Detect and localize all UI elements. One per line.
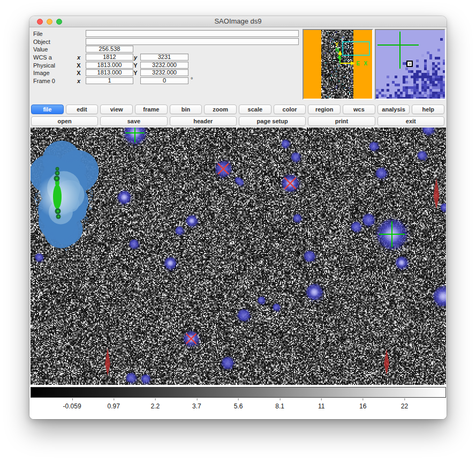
frame-rotate-field[interactable]: 0	[140, 77, 188, 84]
frame-x-axis-label: x	[75, 77, 82, 85]
close-button[interactable]	[37, 19, 43, 25]
ds9-window: SAOImage ds9 File Object Value 256.538 W…	[29, 16, 447, 419]
menu-tab-row: file edit view frame bin zoom scale colo…	[31, 105, 444, 114]
image-x-axis-label: X	[75, 69, 82, 77]
physical-y-axis-label: Y	[132, 62, 139, 69]
colorbar-tick: 11	[318, 403, 324, 410]
desktop: SAOImage ds9 File Object Value 256.538 W…	[0, 0, 476, 462]
wcs-label: WCS a	[33, 54, 52, 61]
colorbar-tick: 16	[359, 403, 366, 410]
page-setup-button[interactable]: page setup	[239, 116, 306, 126]
colorbar-tick: 0.97	[108, 403, 120, 410]
degree-symbol: °	[191, 76, 193, 83]
wcs-x-axis-label: x	[75, 54, 82, 61]
colorbar-tick: 22	[401, 403, 408, 410]
magnifier[interactable]	[375, 29, 445, 100]
colorbar-tick: 5.6	[234, 403, 243, 410]
print-button[interactable]: print	[308, 116, 375, 126]
file-menu-row: open save header page setup print exit	[31, 116, 444, 126]
colorbar-tick: 3.7	[192, 403, 201, 410]
menu-tab-color[interactable]: color	[274, 105, 306, 114]
menu-tab-help[interactable]: help	[412, 105, 444, 114]
wcs-y-axis-label: y	[132, 54, 139, 61]
physical-label: Physical	[33, 62, 55, 69]
object-field[interactable]	[86, 38, 299, 45]
menu-tab-wcs[interactable]: wcs	[343, 105, 375, 114]
menu-tab-scale[interactable]: scale	[239, 105, 271, 114]
panner[interactable]	[303, 29, 373, 100]
panner-canvas[interactable]	[304, 30, 372, 99]
physical-x-axis-label: X	[75, 62, 82, 69]
exit-button[interactable]: exit	[377, 116, 444, 126]
minimize-button[interactable]	[47, 19, 52, 25]
save-button[interactable]: save	[100, 116, 167, 126]
zoom-button[interactable]	[56, 19, 62, 25]
frame-label: Frame 0	[33, 77, 55, 85]
colorbar[interactable]	[31, 387, 446, 398]
magnifier-canvas[interactable]	[376, 30, 445, 99]
colorbar-tick: 2.2	[150, 403, 160, 410]
menu-tab-edit[interactable]: edit	[66, 105, 99, 114]
object-label: Object	[33, 38, 50, 46]
colorbar-tick: -0.059	[63, 403, 81, 410]
colorbar-tick: 8.1	[275, 403, 284, 410]
file-label: File	[33, 30, 43, 38]
wcs-y-field[interactable]: 3231	[140, 54, 188, 61]
open-button[interactable]: open	[31, 116, 98, 126]
menu-tab-zoom[interactable]: zoom	[204, 105, 237, 114]
image-label: Image	[33, 69, 50, 77]
image-x-field[interactable]: 1813.000	[86, 69, 133, 76]
window-title: SAOImage ds9	[29, 16, 447, 27]
menu-tab-file[interactable]: file	[31, 105, 64, 114]
menu-tab-region[interactable]: region	[308, 105, 341, 114]
value-field[interactable]: 256.538	[86, 46, 133, 53]
wcs-x-field[interactable]: 1812	[86, 54, 133, 61]
menu-tab-analysis[interactable]: analysis	[377, 105, 410, 114]
physical-y-field[interactable]: 3232.000	[140, 62, 188, 69]
physical-x-field[interactable]: 1813.000	[86, 62, 133, 69]
menu-tab-view[interactable]: view	[100, 105, 133, 114]
menu-tab-bin[interactable]: bin	[170, 105, 202, 114]
image-viewport[interactable]	[31, 128, 446, 385]
title-bar[interactable]: SAOImage ds9	[29, 16, 447, 27]
frame-zoom-field[interactable]: 1	[86, 77, 133, 84]
image-y-field[interactable]: 3232.000	[140, 69, 188, 76]
menu-tab-frame[interactable]: frame	[135, 105, 168, 114]
value-label: Value	[33, 46, 48, 53]
header-button[interactable]: header	[170, 116, 237, 126]
image-y-axis-label: Y	[132, 69, 139, 77]
colorbar-scale: -0.059 0.97 2.2 3.7 5.6 8.1 11 16 22	[31, 398, 446, 413]
file-field[interactable]	[86, 30, 299, 37]
